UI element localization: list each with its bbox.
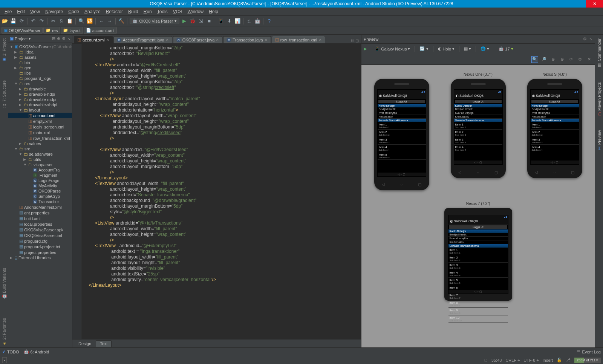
zoom-fit-icon[interactable]: 🔍 (531, 56, 538, 63)
memory-indicator[interactable]: 255M of 711M (574, 358, 601, 363)
breadcrumb-item[interactable]: 📄account.xml (84, 27, 117, 34)
menu-vcs[interactable]: VCS (171, 8, 185, 15)
tree-node[interactable]: ◫main.xml (8, 130, 72, 135)
zoom-actual-icon[interactable]: 🔎 (540, 56, 547, 63)
tree-node[interactable]: CSimpleCryp (8, 194, 72, 199)
tab-list-icon[interactable]: ⠿ (351, 38, 354, 43)
tree-node[interactable]: CMyActivity (8, 183, 72, 188)
sync-icon[interactable]: ⟳ (18, 18, 25, 24)
tree-node[interactable]: ▤project.properties (8, 249, 72, 255)
tree-node[interactable]: ▶🗀assets (8, 55, 72, 60)
tree-node[interactable]: ▶🗀.idea (8, 49, 72, 55)
tree-node[interactable]: ▶🗀utils (8, 157, 72, 162)
menu-analyze[interactable]: Analyze (82, 8, 103, 15)
vcs-icon[interactable]: ⎌ (246, 18, 253, 24)
minimize-button[interactable]: ─ (563, 0, 575, 8)
scroll-to-icon[interactable]: ⊕ (57, 36, 60, 41)
build-icon[interactable]: 🔨 (118, 18, 125, 24)
tree-node[interactable]: ▤OKQ8VisaParser.iml (8, 232, 72, 238)
menu-edit[interactable]: Edit (15, 8, 27, 15)
split-icon[interactable]: ⊞ (355, 38, 359, 43)
code-editor[interactable]: android:layout_marginBottom="2dp" androi… (72, 44, 361, 339)
tree-node[interactable]: ▤OKQ8VisaParser.apk (8, 227, 72, 232)
run-config-selector[interactable]: 🤖 OKQ8 Visa Parser ▾ (130, 18, 179, 24)
project-tree[interactable]: ▼▣OKQ8VisaParser (C:\Android▶🗀.idea▶🗀ass… (8, 43, 72, 347)
collapse-icon[interactable]: ⊟ (52, 36, 55, 41)
tree-node[interactable]: ▤ant.properties (8, 210, 72, 216)
tree-node[interactable]: CTransactior (8, 199, 72, 204)
paste-icon[interactable]: 📋 (66, 18, 73, 24)
help-icon[interactable]: ? (266, 18, 272, 24)
undo-icon[interactable]: ↶ (30, 18, 37, 24)
close-icon[interactable]: ✕ (166, 38, 169, 42)
insert-mode[interactable]: Insert (542, 358, 553, 362)
tree-node[interactable]: ◫account.xml (8, 113, 72, 118)
zoom-out-icon[interactable]: ⊖ (559, 56, 565, 63)
api-selector[interactable]: 🤖 17 ▾ (497, 46, 514, 52)
back-icon[interactable]: ← (98, 18, 105, 24)
tree-node[interactable]: ▤proguard.cfg (8, 238, 72, 244)
tool-tab-todo[interactable]: ✔TODO (2, 349, 19, 354)
tree-node[interactable]: ▶🗀drawable-hdpi (8, 92, 72, 97)
tool-tab-build-variants[interactable]: 🤖Build Variants (1, 266, 7, 301)
tree-node[interactable]: ▶🗀values (8, 141, 72, 146)
theme-selector[interactable]: ◐ Holo ▾ (436, 46, 456, 52)
menu-help[interactable]: Help (207, 8, 220, 15)
avd-icon[interactable]: 📱 (217, 18, 224, 24)
chevron-down-icon[interactable]: ▾ (29, 36, 31, 41)
tool-tab-maven[interactable]: mMaven Projects (596, 81, 602, 117)
tree-node[interactable]: ▶🗀drawable-mdpi (8, 97, 72, 102)
close-icon[interactable]: ✕ (265, 38, 268, 42)
debug-icon[interactable]: 🐞 (189, 18, 196, 24)
breadcrumb-item[interactable]: 📁res (43, 27, 60, 34)
find-icon[interactable]: 🔍 (78, 18, 85, 24)
gear-icon[interactable]: ⚙ (583, 37, 587, 41)
menu-window[interactable]: Window (185, 8, 206, 15)
locale-selector[interactable]: 🌐 ▾ (479, 46, 491, 52)
line-ending[interactable]: CRLF ÷ (505, 358, 520, 362)
tree-node[interactable]: ▼🗀src (8, 146, 72, 151)
tree-node[interactable]: ▼🗀layout (8, 107, 72, 113)
tree-node[interactable]: IIFragment (8, 173, 72, 178)
editor-tab[interactable]: CTransaction.java✕ (223, 36, 271, 43)
readonly-icon[interactable]: 🔓 (557, 358, 562, 362)
editor-tab[interactable]: ◫account.xml✕ (74, 36, 113, 43)
menu-navigate[interactable]: Navigate (43, 8, 65, 15)
hide-icon[interactable]: ↘ (67, 36, 70, 41)
tree-node[interactable]: CAccountFra (8, 167, 72, 173)
breadcrumb-item[interactable]: ▣OKQ8VisaParser (2, 27, 43, 34)
tree-node[interactable]: CLoginFragm (8, 178, 72, 183)
tree-node[interactable]: ▶⌸External Libraries (8, 255, 72, 260)
monitor-icon[interactable]: 📊 (234, 18, 241, 24)
menu-code[interactable]: Code (66, 8, 81, 15)
tree-node[interactable]: ▶🗀drawable-xhdpi (8, 102, 72, 107)
preview-canvas[interactable]: ◢ ▮◐ Saldokoll OKQ8Logga UtKonto Detalje… (361, 65, 595, 347)
close-icon[interactable]: ✕ (106, 38, 109, 42)
forward-icon[interactable]: → (106, 18, 113, 24)
tool-tab-structure[interactable]: ☷7: Structure (1, 79, 7, 110)
copy-icon[interactable]: ⎘ (58, 18, 65, 24)
hide-icon[interactable]: ↘ (589, 37, 592, 41)
editor-tab[interactable]: CAccountFragment.java✕ (113, 36, 172, 43)
tree-node[interactable]: ▼🗀visaparser (8, 162, 72, 167)
menu-tools[interactable]: Tools (155, 8, 170, 15)
tree-node[interactable]: ▤build.xml (8, 216, 72, 221)
close-icon[interactable]: ✕ (216, 38, 219, 42)
tree-node[interactable]: ▤local.properties (8, 221, 72, 227)
tree-node[interactable]: 🗀libs (8, 70, 72, 76)
gear-icon[interactable]: ⚙ (62, 36, 66, 41)
tree-node[interactable]: 🗀proguard_logs (8, 76, 72, 81)
tool-tab-favorites[interactable]: ★2: Favorites (1, 317, 7, 347)
close-preview-icon[interactable]: ✕ (586, 56, 592, 63)
tree-node[interactable]: ▼🗀res (8, 81, 72, 86)
tab-text[interactable]: Text (96, 340, 112, 347)
git-icon[interactable]: ⎇ (566, 358, 571, 362)
tree-node[interactable]: ▼🗀se.adanware (8, 151, 72, 157)
open-icon[interactable]: 📂 (2, 18, 8, 24)
tree-node[interactable]: 🗀bin (8, 60, 72, 65)
tree-node[interactable]: COKQ8Parse (8, 188, 72, 194)
settings-icon[interactable]: ⚙ (577, 56, 583, 63)
device-selector[interactable]: 📱 Galaxy Nexus ▾ (373, 46, 412, 52)
android-icon-2[interactable]: 🤖 (254, 18, 261, 24)
tree-node[interactable]: ◫row_transaction.xml (8, 135, 72, 141)
